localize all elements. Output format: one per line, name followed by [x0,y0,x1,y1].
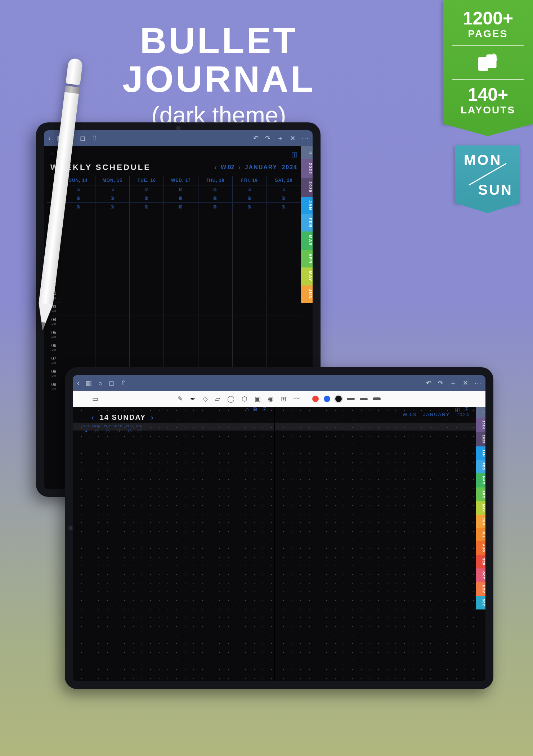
prev-week-icon[interactable]: ‹ [215,164,216,171]
schedule-cell[interactable] [130,237,164,250]
schedule-cell[interactable] [198,289,233,302]
quick-note-icon[interactable]: 🗎 [61,203,95,211]
schedule-cell[interactable] [267,263,301,276]
quick-note-icon[interactable]: 🗎 [233,203,267,211]
grid-icon[interactable]: ▦ [86,379,92,387]
schedule-cell[interactable] [164,263,198,276]
day-header[interactable]: MON, 15 [95,176,130,185]
side-tab[interactable]: JAN [476,446,485,460]
back-icon[interactable]: ‹ [77,379,79,387]
schedule-cell[interactable] [198,276,233,289]
side-tab[interactable]: JUN [476,515,485,528]
schedule-cell[interactable] [267,328,301,341]
stroke-thin[interactable] [347,398,355,400]
schedule-cell[interactable] [95,237,130,250]
schedule-cell[interactable] [233,328,267,341]
schedule-cell[interactable] [198,328,233,341]
day-header[interactable]: THU, 18 [198,176,233,185]
bookmark-icon[interactable]: ◻ [80,134,85,142]
chevron-left-icon[interactable]: ‹ [91,413,95,421]
schedule-cell[interactable] [233,341,267,354]
side-tab[interactable]: FEB [476,460,485,473]
schedule-cell[interactable] [198,250,233,263]
undo-icon[interactable]: ↶ [426,379,431,387]
side-tab[interactable]: SEP [476,555,485,568]
schedule-cell[interactable] [233,354,267,367]
schedule-cell[interactable] [95,224,130,237]
side-tab[interactable]: FEB [301,214,313,231]
color-blue[interactable] [324,396,330,402]
quick-note-icon[interactable]: 🗎 [267,194,301,203]
schedule-cell[interactable] [164,341,198,354]
widgets-icon[interactable]: ◫ [291,150,297,158]
side-tab[interactable]: 2025 [301,178,313,197]
schedule-cell[interactable] [95,354,130,367]
schedule-cell[interactable] [267,211,301,224]
chevron-right-icon[interactable]: › [151,413,154,421]
side-tab[interactable]: NOV [476,582,485,596]
schedule-cell[interactable] [130,289,164,302]
schedule-cell[interactable] [164,276,198,289]
schedule-cell[interactable] [267,237,301,250]
schedule-cell[interactable] [61,328,95,341]
schedule-cell[interactable] [130,250,164,263]
schedule-cell[interactable] [233,211,267,224]
schedule-cell[interactable] [61,341,95,354]
week-label-front[interactable]: W 03 [403,412,416,417]
schedule-cell[interactable] [130,315,164,328]
schedule-cell[interactable] [61,276,95,289]
search-icon[interactable]: ⌕ [98,379,102,387]
schedule-cell[interactable] [130,211,164,224]
schedule-cell[interactable] [164,302,198,315]
schedule-cell[interactable] [198,302,233,315]
quick-note-icon[interactable]: 🗎 [164,185,198,194]
side-tab[interactable]: JAN [301,197,313,214]
schedule-cell[interactable] [61,237,95,250]
side-tab[interactable]: ⌂ [301,146,313,159]
schedule-cell[interactable] [61,263,95,276]
schedule-cell[interactable] [61,211,95,224]
month-label[interactable]: JANUARY [245,164,278,171]
side-tab[interactable]: MAR [476,473,485,487]
select-icon[interactable]: ⬡ [242,395,247,403]
page2-icon[interactable]: 🗎 [262,406,268,413]
side-tab[interactable]: AUG [476,541,485,555]
quick-note-icon[interactable]: 🗎 [198,203,233,211]
bookmark-icon[interactable]: ◻ [109,379,114,387]
next-week-icon[interactable]: › [238,164,240,171]
schedule-cell[interactable] [233,289,267,302]
schedule-cell[interactable] [95,328,130,341]
schedule-cell[interactable] [233,302,267,315]
eraser-icon[interactable]: ◇ [203,395,208,403]
page-icon[interactable]: 🗎 [252,406,258,413]
schedule-cell[interactable] [130,354,164,367]
lasso-icon[interactable]: ▭ [92,395,98,403]
side-tab[interactable]: 2024 [476,418,485,432]
schedule-cell[interactable] [164,224,198,237]
schedule-cell[interactable] [164,250,198,263]
more-icon[interactable]: ⋯ [475,379,481,387]
brush-icon[interactable]: 〰 [294,395,300,403]
schedule-cell[interactable] [61,315,95,328]
schedule-cell[interactable] [130,263,164,276]
schedule-cell[interactable] [164,328,198,341]
shapes-icon[interactable]: ◯ [227,395,234,403]
home-icon[interactable]: ⌂ [50,150,54,158]
camera-icon[interactable]: ◉ [268,395,274,403]
quick-note-icon[interactable]: 🗎 [130,194,164,203]
schedule-cell[interactable] [267,276,301,289]
schedule-cell[interactable] [198,315,233,328]
stylus-icon[interactable]: ✎ [178,395,183,403]
quick-note-icon[interactable]: 🗎 [95,203,130,211]
redo-icon[interactable]: ↷ [438,379,443,387]
share-icon[interactable]: ⇧ [92,134,97,142]
textbox-icon[interactable]: ⊞ [281,395,286,403]
year-label-front[interactable]: 2024 [456,412,470,417]
schedule-cell[interactable] [130,341,164,354]
schedule-cell[interactable] [164,237,198,250]
day-header[interactable]: FRI, 19 [233,176,267,185]
side-tab[interactable]: ⌂ [476,407,485,418]
quick-note-icon[interactable]: 🗎 [198,194,233,203]
schedule-cell[interactable] [95,302,130,315]
schedule-cell[interactable] [164,315,198,328]
